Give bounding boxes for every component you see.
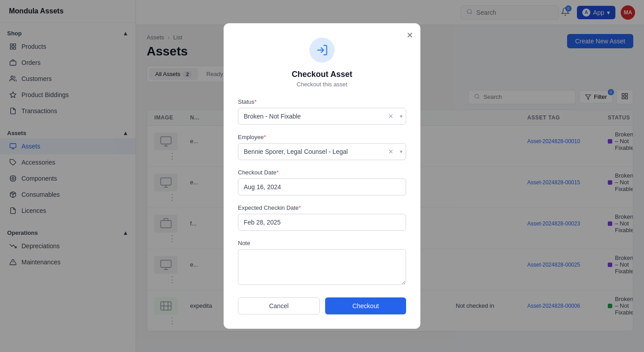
required-marker: * (264, 134, 266, 140)
note-label: Note (238, 240, 406, 246)
modal-close-button[interactable]: ✕ (407, 30, 413, 40)
checkout-modal: ✕ Checkout Asset Checkout this asset Sta… (224, 23, 420, 329)
checkout-date-input[interactable] (238, 178, 406, 195)
employee-label: Employee* (238, 134, 406, 140)
required-marker: * (254, 98, 257, 105)
status-group: Status* Broken - Not Fixable ✕ ▾ (238, 98, 406, 125)
note-textarea[interactable] (238, 249, 406, 285)
status-select[interactable]: Broken - Not Fixable (238, 108, 406, 125)
status-clear-button[interactable]: ✕ (388, 113, 394, 120)
required-marker: * (299, 204, 301, 211)
modal-icon (309, 38, 335, 63)
required-marker: * (276, 169, 279, 176)
expected-checkin-group: Expected Checkin Date* (238, 204, 406, 231)
status-value: Broken - Not Fixable (244, 113, 301, 120)
employee-value: Bennie Sporer, Legal Counsel - Legal (244, 148, 348, 155)
status-label: Status* (238, 98, 406, 105)
modal-title: Checkout Asset (238, 70, 406, 79)
cancel-button[interactable]: Cancel (238, 297, 320, 314)
note-group: Note (238, 240, 406, 287)
expected-checkin-label: Expected Checkin Date* (238, 204, 406, 211)
checkout-date-label: Checkout Date* (238, 169, 406, 176)
checkout-button[interactable]: Checkout (325, 297, 406, 314)
employee-select-wrapper: Bennie Sporer, Legal Counsel - Legal ✕ ▾ (238, 143, 406, 160)
status-select-wrapper: Broken - Not Fixable ✕ ▾ (238, 108, 406, 125)
employee-group: Employee* Bennie Sporer, Legal Counsel -… (238, 134, 406, 160)
employee-select[interactable]: Bennie Sporer, Legal Counsel - Legal (238, 143, 406, 160)
modal-subtitle: Checkout this asset (238, 81, 406, 88)
modal-actions: Cancel Checkout (238, 297, 406, 314)
modal-overlay[interactable]: ✕ Checkout Asset Checkout this asset Sta… (0, 0, 644, 352)
employee-clear-button[interactable]: ✕ (388, 148, 394, 155)
expected-checkin-input[interactable] (238, 214, 406, 231)
checkout-date-group: Checkout Date* (238, 169, 406, 195)
